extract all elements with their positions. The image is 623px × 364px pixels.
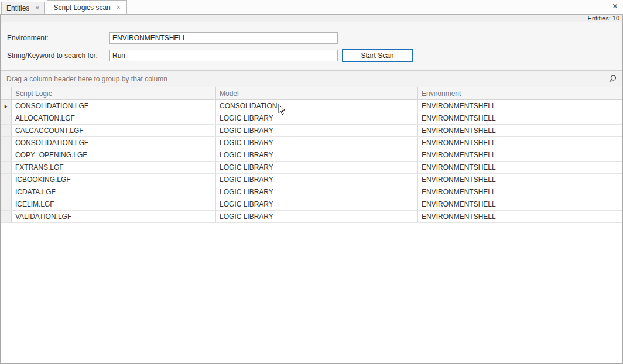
cell-model: LOGIC LIBRARY (216, 211, 418, 222)
tab-label: Entities (6, 4, 29, 12)
cell-environment: ENVIRONMENTSHELL (418, 100, 622, 112)
cell-script-logic: FXTRANS.LGF (12, 162, 216, 173)
table-row[interactable]: ▶CONSOLIDATION.LGFCONSOLIDATIONENVIRONME… (1, 100, 622, 112)
tab-close-icon[interactable]: × (35, 5, 39, 12)
table-row[interactable]: VALIDATION.LGFLOGIC LIBRARYENVIRONMENTSH… (1, 211, 622, 223)
close-icon[interactable]: × (612, 2, 618, 11)
cell-script-logic: COPY_OPENING.LGF (12, 149, 216, 161)
cell-script-logic: VALIDATION.LGF (12, 211, 216, 222)
cell-environment: ENVIRONMENTSHELL (418, 162, 622, 173)
table-row[interactable]: FXTRANS.LGFLOGIC LIBRARYENVIRONMENTSHELL (1, 162, 622, 174)
row-indicator (1, 149, 12, 161)
cell-script-logic: ALLOCATION.LGF (12, 112, 216, 124)
cell-model: LOGIC LIBRARY (216, 162, 418, 173)
table-row[interactable]: ICBOOKING.LGFLOGIC LIBRARYENVIRONMENTSHE… (1, 174, 622, 186)
cell-script-logic: ICBOOKING.LGF (12, 174, 216, 186)
tab-script-logics-scan[interactable]: Script Logics scan × (47, 0, 126, 14)
cell-environment: ENVIRONMENTSHELL (418, 149, 622, 161)
row-indicator (1, 112, 12, 124)
row-indicator (1, 198, 12, 210)
cell-environment: ENVIRONMENTSHELL (418, 198, 622, 210)
keyword-row: String/Keyword to search for: Start Scan (7, 49, 622, 61)
grid-body: ▶CONSOLIDATION.LGFCONSOLIDATIONENVIRONME… (1, 100, 622, 223)
scan-form: Environment: String/Keyword to search fo… (1, 22, 622, 70)
row-indicator (1, 137, 12, 149)
cell-model: LOGIC LIBRARY (216, 186, 418, 198)
cell-environment: ENVIRONMENTSHELL (418, 137, 622, 149)
cell-model: LOGIC LIBRARY (216, 137, 418, 149)
cell-model: LOGIC LIBRARY (216, 149, 418, 161)
status-bar: Entities: 10 (1, 15, 622, 22)
table-row[interactable]: ICELIM.LGFLOGIC LIBRARYENVIRONMENTSHELL (1, 198, 622, 211)
cell-environment: ENVIRONMENTSHELL (418, 174, 622, 186)
row-indicator: ▶ (1, 100, 12, 112)
cell-script-logic: CONSOLIDATION.LGF (12, 137, 216, 149)
tab-entities[interactable]: Entities × (1, 2, 44, 14)
cell-environment: ENVIRONMENTSHELL (418, 125, 622, 136)
cell-model: CONSOLIDATION (216, 100, 418, 112)
cell-script-logic: CONSOLIDATION.LGF (12, 100, 216, 112)
tab-label: Script Logics scan (53, 4, 110, 12)
row-indicator (1, 174, 12, 186)
environment-input[interactable] (109, 32, 338, 44)
cell-environment: ENVIRONMENTSHELL (418, 211, 622, 222)
current-row-arrow-icon: ▶ (5, 104, 8, 108)
cell-environment: ENVIRONMENTSHELL (418, 186, 622, 198)
grid-empty-area (1, 223, 622, 363)
cell-model: LOGIC LIBRARY (216, 174, 418, 186)
row-indicator (1, 162, 12, 173)
row-indicator (1, 125, 12, 136)
tab-close-icon[interactable]: × (117, 4, 121, 11)
table-row[interactable]: CALCACCOUNT.LGFLOGIC LIBRARYENVIRONMENTS… (1, 125, 622, 137)
table-row[interactable]: ICDATA.LGFLOGIC LIBRARYENVIRONMENTSHELL (1, 186, 622, 198)
cell-script-logic: ICELIM.LGF (12, 198, 216, 210)
environment-label: Environment: (7, 34, 109, 42)
start-scan-button[interactable]: Start Scan (342, 49, 413, 62)
row-indicator (1, 186, 12, 198)
column-header-environment[interactable]: Environment (418, 87, 622, 99)
cell-model: LOGIC LIBRARY (216, 125, 418, 136)
cell-environment: ENVIRONMENTSHELL (418, 112, 622, 124)
search-icon[interactable] (608, 74, 617, 84)
column-header-script-logic[interactable]: Script Logic (12, 87, 216, 99)
cell-script-logic: ICDATA.LGF (12, 186, 216, 198)
content-panel: Entities: 10 Environment: String/Keyword… (0, 15, 623, 364)
environment-row: Environment: (7, 32, 622, 44)
keyword-label: String/Keyword to search for: (7, 51, 109, 60)
app-window: Entities × Script Logics scan × × Entiti… (0, 0, 623, 364)
cell-model: LOGIC LIBRARY (216, 198, 418, 210)
cell-model: LOGIC LIBRARY (216, 112, 418, 124)
tab-bar: Entities × Script Logics scan × × (0, 0, 623, 15)
keyword-input[interactable] (109, 50, 338, 61)
table-row[interactable]: CONSOLIDATION.LGFLOGIC LIBRARYENVIRONMEN… (1, 137, 622, 149)
indicator-column-header (1, 87, 12, 99)
column-header-model[interactable]: Model (216, 87, 418, 99)
group-by-hint: Drag a column header here to group by th… (6, 75, 608, 83)
table-row[interactable]: ALLOCATION.LGFLOGIC LIBRARYENVIRONMENTSH… (1, 112, 622, 125)
row-indicator (1, 211, 12, 222)
cell-script-logic: CALCACCOUNT.LGF (12, 125, 216, 136)
group-by-panel[interactable]: Drag a column header here to group by th… (1, 70, 622, 87)
grid-header: Script Logic Model Environment (1, 87, 622, 100)
entities-count-label: Entities: 10 (588, 15, 619, 22)
table-row[interactable]: COPY_OPENING.LGFLOGIC LIBRARYENVIRONMENT… (1, 149, 622, 162)
